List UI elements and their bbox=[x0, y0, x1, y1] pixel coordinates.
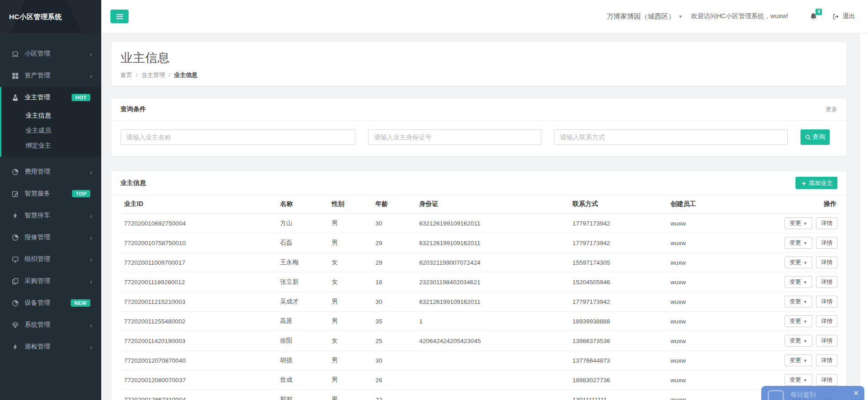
query-panel-title: 查询条件 bbox=[120, 105, 146, 113]
sidebar-item-label: 业主管理 bbox=[25, 93, 50, 102]
owner-name-input[interactable] bbox=[120, 129, 355, 145]
table-header-row: 业主ID名称性别年龄身份证联系方式创建员工操作 bbox=[120, 195, 837, 214]
caret-down-icon: ▼ bbox=[803, 261, 807, 265]
detail-button[interactable]: 详情 bbox=[816, 335, 837, 347]
sidebar-menu: 小区管理 ‹ 资产管理 ‹ 业主管理 HOT 业主信息业主成员绑定业主 费用管理… bbox=[0, 33, 101, 357]
cell-gender: 男 bbox=[328, 317, 372, 325]
sidebar-item-inspection-management[interactable]: 巡检管理 ‹ bbox=[0, 336, 101, 357]
cell-gender: 男 bbox=[328, 395, 372, 400]
table-row: 772020011420190003徐阳女2542064242420542304… bbox=[120, 331, 837, 351]
change-label: 变更 bbox=[790, 240, 801, 246]
community-name: 万博家博园（城西区） bbox=[607, 12, 675, 21]
chevron-left-icon: ‹ bbox=[90, 278, 92, 285]
breadcrumb-item[interactable]: 首页 bbox=[120, 72, 132, 78]
cell-owner-id: 772020012867310004 bbox=[120, 396, 276, 400]
cell-id-card: 632126199109162011 bbox=[416, 220, 569, 227]
change-button[interactable]: 变更▼ bbox=[785, 296, 812, 308]
owner-idcard-input[interactable] bbox=[368, 129, 541, 145]
sidebar-item-asset-management[interactable]: 资产管理 ‹ bbox=[0, 65, 101, 86]
detail-button[interactable]: 详情 bbox=[816, 217, 837, 229]
search-button[interactable]: 查询 bbox=[800, 129, 830, 145]
chevron-left-icon: ‹ bbox=[90, 344, 92, 350]
change-button[interactable]: 变更▼ bbox=[785, 237, 812, 249]
table-row: 772020010692750004方山男3063212619910916201… bbox=[120, 214, 837, 233]
cell-owner-id: 772020011255480002 bbox=[120, 318, 276, 325]
detail-button[interactable]: 详情 bbox=[816, 276, 837, 288]
sidebar-item-owner-management[interactable]: 业主管理 HOT bbox=[1, 87, 101, 108]
owners-table-card: 业主信息 ＋ 添加业主 业主ID名称性别年龄身份证联系方式创建员工操作 7720… bbox=[111, 171, 847, 400]
column-header: 年龄 bbox=[372, 200, 416, 208]
scrollbar[interactable] bbox=[860, 34, 868, 400]
bolt-icon bbox=[12, 344, 19, 350]
app-logo[interactable]: HC小区管理系统 bbox=[0, 0, 101, 33]
sidebar-item-organization-management[interactable]: 组织管理 ‹ bbox=[0, 249, 101, 270]
change-button[interactable]: 变更▼ bbox=[785, 217, 812, 229]
logout-button[interactable]: 退出 bbox=[832, 12, 855, 21]
cell-creator: wuxw bbox=[667, 318, 747, 325]
close-icon[interactable]: ✕ bbox=[853, 390, 859, 396]
cell-age: 22 bbox=[372, 396, 416, 400]
sidebar-item-repair-management[interactable]: 报修管理 ‹ bbox=[0, 227, 101, 248]
caret-down-icon: ▼ bbox=[803, 319, 807, 324]
sidebar-subitem-owner-info[interactable]: 业主信息 bbox=[1, 108, 101, 123]
cell-actions: 变更▼详情 bbox=[747, 354, 837, 366]
sidebar-subitem-owner-members[interactable]: 业主成员 bbox=[1, 123, 101, 138]
change-button[interactable]: 变更▼ bbox=[785, 374, 812, 386]
cell-name: 曾成 bbox=[276, 376, 328, 384]
change-button[interactable]: 变更▼ bbox=[785, 256, 812, 268]
sidebar-item-procurement-management[interactable]: 采购管理 ‹ bbox=[0, 271, 101, 292]
cell-age: 30 bbox=[372, 298, 416, 305]
cell-actions: 变更▼详情 bbox=[747, 276, 837, 288]
caret-down-icon: ▼ bbox=[803, 241, 807, 246]
cell-name: 吴成才 bbox=[276, 297, 328, 306]
detail-button[interactable]: 详情 bbox=[816, 354, 837, 366]
sidebar-item-badge: NEW bbox=[71, 299, 90, 307]
cell-owner-id: 772020012080070037 bbox=[120, 377, 276, 384]
change-label: 变更 bbox=[790, 259, 801, 266]
sidebar-item-label: 报修管理 bbox=[25, 233, 50, 241]
sidebar-item-smart-service[interactable]: 智慧服务 TOP bbox=[0, 183, 101, 204]
detail-button[interactable]: 详情 bbox=[816, 374, 837, 386]
column-header: 操作 bbox=[747, 200, 837, 208]
content: 业主信息 首页/业主管理/业主信息 查询条件 更多 查询 bbox=[101, 33, 868, 400]
sidebar-item-system-management[interactable]: 系统管理 ‹ bbox=[0, 314, 101, 335]
add-owner-button[interactable]: ＋ 添加业主 bbox=[795, 177, 837, 189]
plus-icon: ＋ bbox=[800, 180, 807, 186]
change-button[interactable]: 变更▼ bbox=[785, 315, 812, 327]
sidebar-toggle-button[interactable] bbox=[110, 10, 129, 23]
topbar: 万博家博园（城西区） ▼ 欢迎访问HC小区管理系统，wuxw! 0 退出 bbox=[101, 0, 868, 33]
notifications-button[interactable]: 0 bbox=[809, 12, 818, 21]
more-link[interactable]: 更多 bbox=[826, 105, 837, 113]
change-button[interactable]: 变更▼ bbox=[785, 335, 812, 347]
pie-chart-icon bbox=[12, 169, 19, 175]
caret-down-icon: ▼ bbox=[803, 339, 807, 344]
breadcrumb-item[interactable]: 业主管理 bbox=[141, 72, 165, 78]
change-label: 变更 bbox=[790, 220, 801, 226]
change-button[interactable]: 变更▼ bbox=[785, 276, 812, 288]
detail-button[interactable]: 详情 bbox=[816, 296, 837, 308]
sidebar-item-community-management[interactable]: 小区管理 ‹ bbox=[0, 43, 101, 64]
column-header: 创建员工 bbox=[667, 200, 747, 208]
main-area: 万博家博园（城西区） ▼ 欢迎访问HC小区管理系统，wuxw! 0 退出 业主信… bbox=[101, 0, 868, 400]
sidebar-item-label: 智慧服务 bbox=[25, 190, 50, 198]
cell-id-card: 1 bbox=[416, 318, 569, 325]
chevron-down-icon: ▼ bbox=[678, 14, 683, 19]
community-selector[interactable]: 万博家博园（城西区） ▼ bbox=[607, 12, 683, 21]
change-button[interactable]: 变更▼ bbox=[785, 354, 812, 366]
sidebar-item-smart-parking[interactable]: 智慧停车 ‹ bbox=[0, 205, 101, 226]
promo-popup: 每日签到 ✕ bbox=[761, 386, 864, 400]
contact-input[interactable] bbox=[554, 129, 788, 145]
cell-phone: 15204505946 bbox=[569, 279, 667, 286]
cell-actions: 变更▼详情 bbox=[747, 374, 837, 386]
detail-button[interactable]: 详情 bbox=[816, 237, 837, 249]
sidebar-subitem-bind-owner[interactable]: 绑定业主 bbox=[1, 138, 101, 153]
cell-phone: 13011111111 bbox=[569, 396, 667, 400]
flask-icon bbox=[12, 94, 19, 101]
sidebar-item-device-management[interactable]: 设备管理 NEW bbox=[0, 292, 101, 313]
sidebar-item-fee-management[interactable]: 费用管理 ‹ bbox=[0, 161, 101, 182]
cell-id-card: 632126199109162011 bbox=[416, 298, 569, 305]
cell-phone: 18939938888 bbox=[569, 318, 667, 325]
detail-button[interactable]: 详情 bbox=[816, 315, 837, 327]
caret-down-icon: ▼ bbox=[803, 359, 807, 363]
detail-button[interactable]: 详情 bbox=[816, 256, 837, 268]
